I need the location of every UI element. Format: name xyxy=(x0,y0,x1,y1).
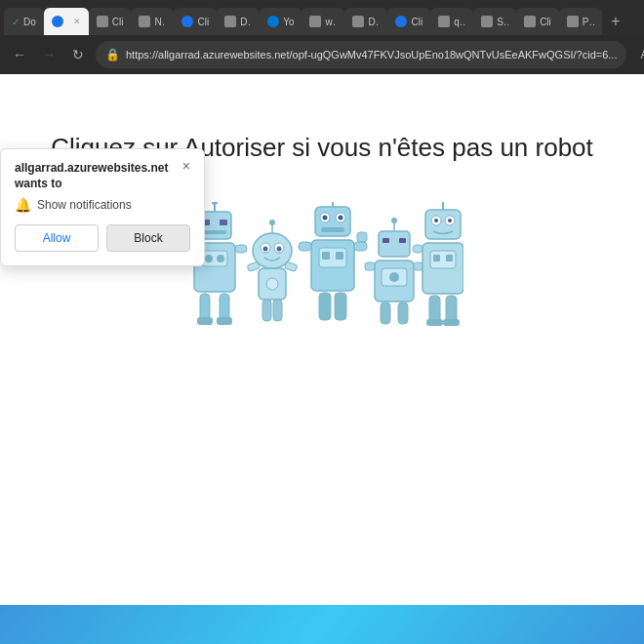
svg-rect-12 xyxy=(200,294,210,321)
tab-6[interactable]: DD xyxy=(217,8,260,35)
back-button[interactable]: ← xyxy=(8,43,31,66)
svg-rect-25 xyxy=(247,262,261,272)
tab-favicon-9 xyxy=(352,16,364,27)
svg-rect-57 xyxy=(398,302,408,324)
tab-label-9: DD xyxy=(368,17,380,27)
svg-rect-11 xyxy=(235,245,247,253)
tab-favicon-active xyxy=(52,16,63,27)
tab-favicon-7 xyxy=(267,16,279,27)
tab-bar: ✓ Do ✕ Cli Ne Cli DD Yo xyxy=(0,0,644,35)
tab-7[interactable]: Yo xyxy=(260,8,302,35)
svg-rect-15 xyxy=(217,317,232,325)
tab-5[interactable]: Cli xyxy=(174,8,217,35)
tab-favicon-4 xyxy=(139,16,150,27)
svg-rect-41 xyxy=(299,242,311,251)
new-tab-button[interactable]: + xyxy=(602,8,629,35)
svg-rect-49 xyxy=(382,238,389,243)
tab-14[interactable]: Plu xyxy=(559,8,602,35)
url-text: https://allgarrad.azurewebsites.net/opf-… xyxy=(126,49,617,60)
svg-rect-43 xyxy=(357,232,367,242)
refresh-button[interactable]: ↻ xyxy=(66,43,90,66)
taskbar[interactable] xyxy=(0,605,644,644)
popup-site-text: allgarrad.azurewebsites.net wants to xyxy=(15,161,182,191)
svg-rect-73 xyxy=(426,319,443,326)
block-button[interactable]: Block xyxy=(106,224,190,252)
svg-rect-5 xyxy=(203,230,226,234)
tab-4[interactable]: Ne xyxy=(131,8,174,35)
tab-check[interactable]: ✓ Do xyxy=(4,8,44,35)
tab-label-12: Se xyxy=(497,17,508,27)
popup-close-button[interactable]: × xyxy=(182,159,190,173)
tab-3[interactable]: Cli xyxy=(89,8,132,35)
address-bar-row: ← → ↻ 🔒 https://allgarrad.azurewebsites.… xyxy=(0,35,644,74)
svg-rect-69 xyxy=(413,245,423,253)
svg-point-21 xyxy=(263,247,268,252)
svg-point-2 xyxy=(212,202,218,205)
svg-rect-45 xyxy=(335,293,346,320)
svg-rect-54 xyxy=(365,262,375,270)
svg-point-53 xyxy=(389,272,399,282)
svg-rect-68 xyxy=(446,255,453,262)
svg-point-9 xyxy=(217,255,224,262)
svg-rect-4 xyxy=(220,220,227,225)
svg-rect-44 xyxy=(319,293,331,320)
svg-point-22 xyxy=(277,247,282,252)
tab-favicon-13 xyxy=(524,16,536,27)
tab-favicon-12 xyxy=(481,16,493,27)
tab-10[interactable]: Cli xyxy=(387,8,430,35)
tab-label-11: que xyxy=(454,17,465,27)
tab-label-13: Cli xyxy=(540,17,551,27)
check-icon: ✓ xyxy=(12,17,20,27)
svg-rect-67 xyxy=(433,255,440,262)
tab-13[interactable]: Cli xyxy=(516,8,559,35)
lock-icon: 🔒 xyxy=(105,48,120,61)
popup-message-row: 🔔 Show notifications xyxy=(15,197,190,213)
tab-label-14: Plu xyxy=(583,17,594,27)
tab-12[interactable]: Se xyxy=(473,8,516,35)
svg-point-35 xyxy=(339,216,343,221)
tab-close-button[interactable]: ✕ xyxy=(73,17,81,26)
svg-rect-71 xyxy=(429,296,440,323)
notification-popup: allgarrad.azurewebsites.net wants to × 🔔… xyxy=(0,148,205,266)
svg-rect-72 xyxy=(446,296,457,323)
tab-active[interactable]: ✕ xyxy=(44,8,89,35)
tab-favicon-10 xyxy=(395,16,407,27)
allow-button[interactable]: Allow xyxy=(15,224,99,252)
forward-button[interactable]: → xyxy=(37,43,60,66)
svg-rect-56 xyxy=(381,302,390,324)
tab-favicon-11 xyxy=(438,16,450,27)
tab-8[interactable]: ww xyxy=(302,8,344,35)
tab-11[interactable]: que xyxy=(430,8,473,35)
tab-label-5: Cli xyxy=(197,17,209,27)
robot-illustration xyxy=(181,202,463,329)
address-bar[interactable]: 🔒 https://allgarrad.azurewebsites.net/op… xyxy=(96,41,626,68)
svg-rect-36 xyxy=(321,227,344,232)
svg-rect-13 xyxy=(220,294,229,321)
page-content: allgarrad.azurewebsites.net wants to × 🔔… xyxy=(0,74,644,605)
svg-point-48 xyxy=(391,218,397,223)
tab-favicon-14 xyxy=(567,16,579,27)
taskbar-inner xyxy=(0,605,644,644)
tab-label: Do xyxy=(23,17,36,27)
tab-favicon-8 xyxy=(309,16,321,27)
tab-label-3: Cli xyxy=(112,17,124,27)
svg-point-34 xyxy=(323,216,328,221)
read-mode-icon[interactable]: A xyxy=(632,43,644,66)
toolbar-icons: A ☆ ⬚ ⬆ ⊡ ⋯ xyxy=(632,43,644,66)
tab-9[interactable]: DD xyxy=(344,8,387,35)
tab-favicon-3 xyxy=(97,16,108,27)
popup-buttons: Allow Block xyxy=(15,224,190,252)
svg-point-24 xyxy=(266,278,278,290)
tab-label-4: Ne xyxy=(154,17,166,27)
popup-header: allgarrad.azurewebsites.net wants to × xyxy=(15,161,190,191)
svg-rect-39 xyxy=(322,252,330,260)
tab-favicon-6 xyxy=(224,16,236,27)
svg-rect-42 xyxy=(354,242,367,251)
svg-rect-50 xyxy=(399,238,406,243)
svg-rect-58 xyxy=(425,210,461,239)
svg-point-63 xyxy=(434,219,438,222)
tab-label-8: ww xyxy=(325,17,337,27)
svg-rect-26 xyxy=(284,262,298,272)
tab-label-7: Yo xyxy=(283,17,294,27)
svg-point-8 xyxy=(205,255,213,262)
